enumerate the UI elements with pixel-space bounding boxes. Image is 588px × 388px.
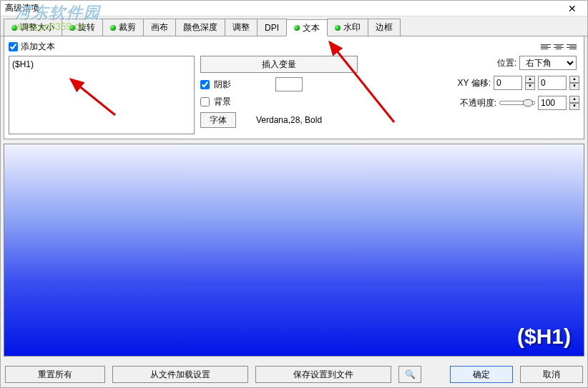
footer: 重置所有 从文件加载设置 保存设置到文件 🔍 确定 取消 — [5, 366, 583, 383]
position-label: 位置: — [497, 57, 516, 69]
tab-1[interactable]: 旋转 — [62, 19, 103, 36]
offset-x-input[interactable] — [494, 76, 522, 90]
font-button[interactable]: 字体 — [200, 112, 236, 128]
color-swatch[interactable] — [275, 77, 303, 91]
align-right-icon[interactable] — [567, 43, 577, 51]
titlebar: 高级选项 ✕ — [1, 1, 587, 16]
close-icon[interactable]: ✕ — [562, 3, 583, 14]
opacity-label: 不透明度: — [460, 97, 496, 109]
text-input[interactable] — [9, 56, 195, 134]
add-text-checkbox[interactable] — [9, 42, 18, 51]
reset-all-button[interactable]: 重置所有 — [5, 366, 105, 383]
dot-icon — [11, 25, 17, 31]
align-center-icon[interactable] — [554, 43, 564, 51]
offset-y-spinner[interactable]: ▲▼ — [569, 76, 579, 90]
tab-6[interactable]: DPI — [257, 19, 287, 36]
tab-label: DPI — [265, 23, 279, 33]
tab-7[interactable]: 文本 — [286, 19, 328, 36]
align-left-icon[interactable] — [541, 43, 551, 51]
tab-8[interactable]: 水印 — [327, 19, 368, 36]
tabbar: 调整大小旋转裁剪画布颜色深度调整DPI文本水印边框 — [1, 16, 587, 36]
tab-label: 调整大小 — [20, 21, 54, 34]
cancel-button[interactable]: 取消 — [520, 366, 583, 383]
text-panel: 添加文本 插入变量 阴影 背景 字体 Verdana,28, Bo — [4, 36, 584, 139]
shadow-label: 阴影 — [214, 79, 231, 91]
tab-5[interactable]: 调整 — [225, 19, 258, 36]
tab-label: 裁剪 — [119, 21, 136, 34]
dot-icon — [110, 25, 116, 31]
dot-icon — [335, 25, 340, 31]
dot-icon — [294, 25, 300, 31]
tab-2[interactable]: 裁剪 — [102, 19, 144, 36]
position-dropdown[interactable]: 右下角 — [519, 56, 577, 70]
search-icon-button[interactable]: 🔍 — [398, 366, 421, 383]
tab-label: 水印 — [343, 21, 361, 34]
tab-label: 画布 — [151, 21, 168, 34]
offset-x-spinner[interactable]: ▲▼ — [525, 76, 535, 90]
offset-label: XY 偏移: — [458, 77, 491, 89]
preview-area: ($H1) — [4, 144, 584, 357]
tab-3[interactable]: 画布 — [143, 19, 176, 36]
shadow-checkbox[interactable] — [200, 80, 210, 89]
window-title: 高级选项 — [5, 2, 562, 14]
load-settings-button[interactable]: 从文件加载设置 — [112, 366, 248, 383]
dot-icon — [69, 25, 75, 31]
preview-sample-text: ($H1) — [517, 324, 571, 349]
add-text-label: 添加文本 — [21, 41, 55, 53]
opacity-slider[interactable] — [499, 101, 535, 105]
opacity-spinner[interactable]: ▲▼ — [569, 96, 579, 110]
tab-label: 调整 — [232, 21, 250, 34]
tab-0[interactable]: 调整大小 — [4, 19, 62, 36]
font-info: Verdana,28, Bold — [256, 115, 322, 125]
tab-4[interactable]: 颜色深度 — [175, 19, 225, 36]
tab-label: 旋转 — [78, 21, 95, 34]
tab-label: 边框 — [376, 21, 393, 34]
ok-button[interactable]: 确定 — [450, 366, 513, 383]
save-settings-button[interactable]: 保存设置到文件 — [255, 366, 391, 383]
tab-label: 文本 — [303, 22, 320, 34]
offset-y-input[interactable] — [538, 76, 567, 90]
tab-label: 颜色深度 — [183, 21, 217, 34]
tab-9[interactable]: 边框 — [368, 19, 401, 36]
background-checkbox[interactable] — [200, 97, 210, 106]
insert-variable-button[interactable]: 插入变量 — [200, 56, 358, 73]
opacity-input[interactable] — [538, 96, 567, 110]
background-label: 背景 — [214, 96, 231, 108]
